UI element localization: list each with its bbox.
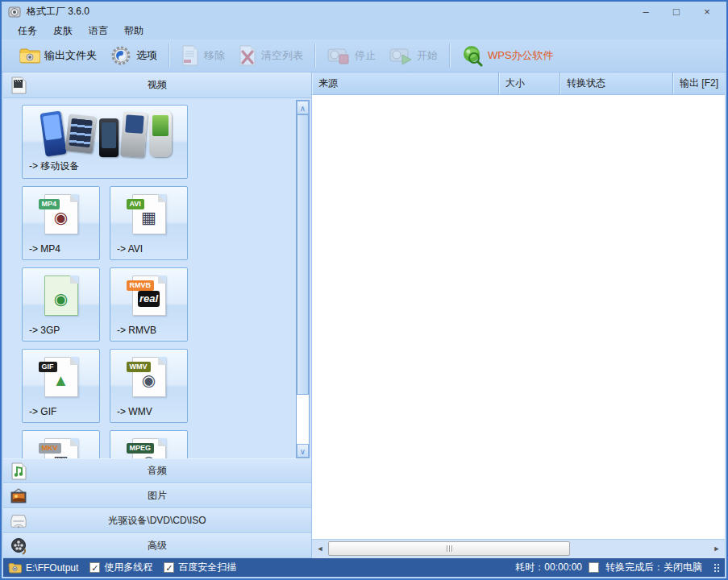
format-label: -> WMV <box>117 406 152 417</box>
main-area: 视频 -> 移动设备 MP4 ◉ -> MP <box>3 72 725 558</box>
start-icon <box>389 45 413 66</box>
window-title: 格式工厂 3.6.0 <box>27 5 89 19</box>
format-button-rmvb[interactable]: RMVB real -> RMVB <box>110 267 188 342</box>
format-button-wmv[interactable]: WMV ◉ -> WMV <box>110 349 188 423</box>
menu-language[interactable]: 语言 <box>81 23 116 39</box>
rmvb-file-icon: RMVB real <box>132 276 166 316</box>
toolbar-separator <box>314 44 315 68</box>
scroll-up-arrow-icon[interactable]: ∧ <box>297 101 309 114</box>
format-grid-scrollbar[interactable]: ∧ ∨ <box>296 100 310 458</box>
wmv-badge: WMV <box>127 362 151 372</box>
remove-button[interactable]: 移除 <box>174 43 231 68</box>
options-button[interactable]: 选项 <box>103 42 164 69</box>
tab-video[interactable]: 视频 <box>3 72 311 98</box>
output-folder-button[interactable]: 输出文件夹 <box>13 44 103 67</box>
output-path-item[interactable]: E:\FFOutput <box>8 562 78 574</box>
multithread-checkbox[interactable]: ✓ <box>89 562 100 573</box>
minimize-button[interactable]: – <box>639 6 652 18</box>
format-label: -> 移动设备 <box>29 160 79 173</box>
format-button-avi[interactable]: AVI ▦ -> AVI <box>110 186 188 260</box>
clear-list-icon <box>238 45 257 66</box>
tab-audio-label: 音频 <box>3 464 311 478</box>
horizontal-scrollbar-thumb[interactable] <box>328 541 570 556</box>
tab-disc-device[interactable]: 光驱设备\DVD\CD\ISO <box>3 508 311 533</box>
column-status[interactable]: 转换状态 <box>560 72 673 94</box>
output-folder-label: 输出文件夹 <box>44 48 97 63</box>
bottom-category-tabs: 音频 图片 光驱设备\DVD\CD\ISO <box>3 458 311 558</box>
mobile-devices-icon <box>28 110 181 160</box>
tab-advanced[interactable]: 高级 <box>3 533 311 558</box>
format-button-mpg[interactable]: MPEG ◉ -> MPG <box>110 430 188 458</box>
start-button[interactable]: 开始 <box>382 43 444 68</box>
multithread-option[interactable]: ✓ 使用多线程 <box>89 561 152 574</box>
baidu-scan-checkbox[interactable]: ✓ <box>164 562 174 573</box>
column-output[interactable]: 输出 [F2] <box>673 72 725 94</box>
mpeg-badge: MPEG <box>127 443 155 454</box>
format-button-gif[interactable]: GIF ▲ -> GIF <box>22 349 100 423</box>
multithread-label: 使用多线程 <box>104 561 152 574</box>
remove-doc-icon <box>181 45 200 66</box>
toolbar: 输出文件夹 选项 移除 清空列表 停止 <box>2 39 726 72</box>
menu-skin[interactable]: 皮肤 <box>45 23 81 39</box>
task-list-panel: 来源 大小 转换状态 输出 [F2] ◄ ► <box>312 72 725 558</box>
format-label: -> AVI <box>117 243 143 255</box>
clear-list-button[interactable]: 清空列表 <box>231 43 310 68</box>
stop-label: 停止 <box>355 48 376 63</box>
format-button-mp4[interactable]: MP4 ◉ -> MP4 <box>22 186 100 260</box>
menu-task[interactable]: 任务 <box>10 23 45 39</box>
mkv-file-icon: MKV ▦ <box>44 438 78 458</box>
app-logo-icon <box>8 6 21 19</box>
format-button-mobile-devices[interactable]: -> 移动设备 <box>22 105 188 179</box>
gif-file-icon: GIF ▲ <box>44 357 78 397</box>
options-gear-icon <box>110 44 132 67</box>
folder-icon <box>8 562 22 574</box>
film-reel-icon: ◉ <box>52 291 69 307</box>
wps-label: WPS办公软件 <box>488 48 554 63</box>
baidu-scan-label: 百度安全扫描 <box>178 561 236 574</box>
tab-video-label: 视频 <box>3 78 311 92</box>
maximize-button[interactable]: □ <box>670 6 683 18</box>
elapsed-time-label: 耗时：00:00:00 <box>515 561 582 574</box>
stop-icon <box>327 45 351 66</box>
shutdown-after-checkbox[interactable] <box>589 562 599 573</box>
close-button[interactable]: × <box>701 6 713 18</box>
avi-badge: AVI <box>127 199 144 209</box>
task-list-body[interactable] <box>312 95 725 539</box>
shutdown-after-label: 转换完成后：关闭电脑 <box>605 561 702 574</box>
audio-icon <box>10 462 27 480</box>
horizontal-scrollbar[interactable]: ◄ ► <box>312 539 725 558</box>
stop-button[interactable]: 停止 <box>320 43 382 68</box>
output-folder-icon <box>19 47 40 64</box>
app-window: 格式工厂 3.6.0 – □ × 任务 皮肤 语言 帮助 输出文件夹 选项 <box>0 0 728 580</box>
format-button-mkv[interactable]: MKV ▦ -> MKV <box>22 430 100 458</box>
tab-picture-label: 图片 <box>3 489 311 503</box>
avi-file-icon: AVI ▦ <box>132 194 166 234</box>
column-size[interactable]: 大小 <box>499 72 560 94</box>
format-label: -> RMVB <box>117 325 156 336</box>
3gp-file-icon: ◉ <box>44 276 78 316</box>
resize-grip[interactable] <box>713 564 720 572</box>
category-panel: 视频 -> 移动设备 MP4 ◉ -> MP <box>3 72 312 558</box>
video-clapperboard-icon <box>10 77 27 94</box>
output-path-label: E:\FFOutput <box>26 562 78 574</box>
format-button-3gp[interactable]: ◉ -> 3GP <box>22 267 100 342</box>
scrollbar-thumb[interactable] <box>297 114 309 395</box>
remove-label: 移除 <box>204 48 225 63</box>
tab-picture[interactable]: 图片 <box>3 483 311 508</box>
baidu-scan-option[interactable]: ✓ 百度安全扫描 <box>164 561 236 574</box>
picture-icon: ▲ <box>52 372 71 388</box>
menu-help[interactable]: 帮助 <box>116 23 152 39</box>
tab-audio[interactable]: 音频 <box>3 458 311 483</box>
clear-list-label: 清空列表 <box>261 48 303 63</box>
format-grid-viewport: -> 移动设备 MP4 ◉ -> MP4 AVI ▦ <box>3 98 311 458</box>
mp4-file-icon: MP4 ◉ <box>44 194 78 234</box>
task-list-header: 来源 大小 转换状态 输出 [F2] <box>312 72 725 95</box>
camcorder-icon: ◉ <box>140 372 157 388</box>
column-source[interactable]: 来源 <box>312 72 499 94</box>
gif-badge: GIF <box>39 362 57 372</box>
scroll-left-arrow-icon[interactable]: ◄ <box>314 541 327 556</box>
wps-button[interactable]: WPS办公软件 <box>455 42 560 69</box>
scroll-down-arrow-icon[interactable]: ∨ <box>297 444 309 458</box>
rmvb-badge: RMVB <box>127 280 155 291</box>
scroll-right-arrow-icon[interactable]: ► <box>710 541 723 556</box>
